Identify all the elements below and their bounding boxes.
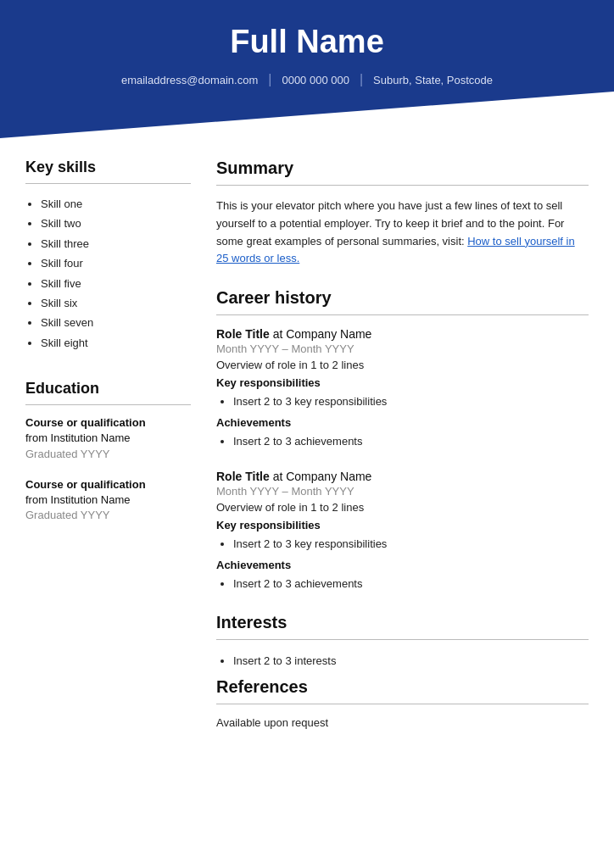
header: Full Name emailaddress@domain.com | 0000… — [0, 0, 614, 138]
skills-section: Key skills Skill oneSkill twoSkill three… — [25, 159, 191, 353]
skill-item: Skill eight — [41, 333, 191, 353]
education-list: Course or qualification from Institution… — [25, 415, 191, 523]
jobs-list: Role Title at Company Name Month YYYY – … — [216, 327, 589, 593]
role-company: at Company Name — [270, 327, 372, 341]
left-column: Key skills Skill oneSkill twoSkill three… — [25, 159, 191, 729]
skill-item: Skill six — [41, 293, 191, 313]
references-section: References Available upon request — [216, 677, 589, 729]
summary-divider — [216, 185, 589, 186]
skills-heading: Key skills — [25, 159, 191, 176]
interests-section: Interests Insert 2 to 3 interests — [216, 613, 589, 670]
job-title: Role Title at Company Name — [216, 327, 589, 341]
job-title: Role Title at Company Name — [216, 470, 589, 483]
summary-heading: Summary — [216, 159, 589, 178]
header-triangle — [0, 92, 614, 138]
edu-institution: from Institution Name — [25, 431, 191, 446]
achievements-heading: Achievements — [216, 416, 589, 429]
phone: 0000 000 000 — [271, 74, 360, 86]
achievements-list: Insert 2 to 3 achievements — [216, 575, 589, 593]
achievements-heading: Achievements — [216, 559, 589, 571]
career-divider — [216, 314, 589, 315]
job-dates: Month YYYY – Month YYYY — [216, 342, 589, 355]
achievements-list: Insert 2 to 3 achievements — [216, 432, 589, 451]
full-name: Full Name — [34, 24, 580, 60]
education-section: Education Course or qualification from I… — [25, 380, 191, 523]
body: Key skills Skill oneSkill twoSkill three… — [0, 138, 614, 754]
responsibilities-heading: Key responsibilities — [216, 519, 589, 531]
achievement-item: Insert 2 to 3 achievements — [233, 432, 589, 451]
interests-divider — [216, 639, 589, 640]
contact-info: emailaddress@domain.com | 0000 000 000 |… — [34, 72, 580, 87]
summary-text: This is your elevator pitch where you ha… — [216, 198, 589, 268]
edu-institution: from Institution Name — [25, 492, 191, 508]
skills-list: Skill oneSkill twoSkill threeSkill fourS… — [25, 194, 191, 353]
right-column: Summary This is your elevator pitch wher… — [216, 159, 589, 729]
responsibilities-list: Insert 2 to 3 key responsibilities — [216, 535, 589, 554]
edu-grad: Graduated YYYY — [25, 447, 191, 462]
responsibilities-list: Insert 2 to 3 key responsibilities — [216, 392, 589, 411]
skill-item: Skill five — [41, 274, 191, 293]
job-dates: Month YYYY – Month YYYY — [216, 485, 589, 498]
skills-divider — [25, 183, 191, 184]
role-company: at Company Name — [270, 470, 372, 483]
interests-heading: Interests — [216, 613, 589, 632]
skill-item: Skill two — [41, 214, 191, 233]
interests-list: Insert 2 to 3 interests — [216, 652, 589, 670]
achievement-item: Insert 2 to 3 achievements — [233, 575, 589, 593]
education-divider — [25, 404, 191, 405]
career-heading: Career history — [216, 288, 589, 308]
location: Suburb, State, Postcode — [363, 74, 503, 86]
responsibilities-heading: Key responsibilities — [216, 376, 589, 389]
skill-item: Skill three — [41, 234, 191, 253]
role-title-bold: Role Title — [216, 470, 270, 483]
references-text: Available upon request — [216, 716, 589, 729]
education-item: Course or qualification from Institution… — [25, 415, 191, 462]
skill-item: Skill one — [41, 194, 191, 214]
email: emailaddress@domain.com — [111, 74, 268, 86]
references-heading: References — [216, 677, 589, 697]
career-section: Career history Role Title at Company Nam… — [216, 288, 589, 593]
references-divider — [216, 704, 589, 704]
edu-course: Course or qualification — [25, 415, 191, 431]
job-entry: Role Title at Company Name Month YYYY – … — [216, 470, 589, 593]
summary-section: Summary This is your elevator pitch wher… — [216, 159, 589, 268]
edu-grad: Graduated YYYY — [25, 508, 191, 523]
responsibility-item: Insert 2 to 3 key responsibilities — [233, 535, 589, 554]
edu-course: Course or qualification — [25, 477, 191, 492]
responsibility-item: Insert 2 to 3 key responsibilities — [233, 392, 589, 411]
education-item: Course or qualification from Institution… — [25, 477, 191, 524]
role-title-bold: Role Title — [216, 327, 270, 341]
job-overview: Overview of role in 1 to 2 lines — [216, 501, 589, 514]
skill-item: Skill seven — [41, 313, 191, 332]
job-overview: Overview of role in 1 to 2 lines — [216, 359, 589, 371]
interest-item: Insert 2 to 3 interests — [233, 652, 589, 670]
education-heading: Education — [25, 380, 191, 398]
job-entry: Role Title at Company Name Month YYYY – … — [216, 327, 589, 451]
skill-item: Skill four — [41, 253, 191, 273]
resume-page: Full Name emailaddress@domain.com | 0000… — [0, 0, 614, 868]
